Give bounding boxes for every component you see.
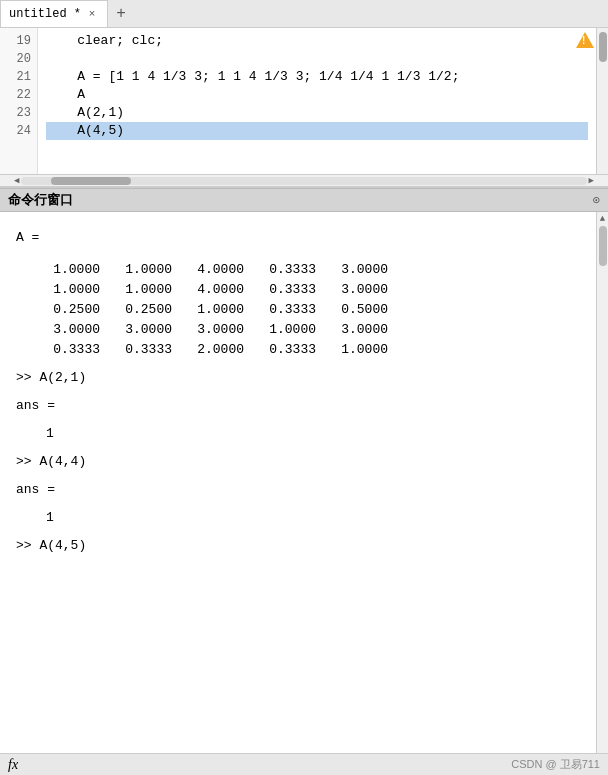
matrix-cell: 1.0000	[180, 300, 252, 320]
spacer	[16, 360, 580, 368]
command-window-title: 命令行窗口	[8, 191, 73, 209]
scroll-up-icon[interactable]: ▲	[600, 214, 605, 224]
spacer	[16, 252, 580, 260]
ans-label-2: ans =	[16, 480, 580, 500]
tab-bar: untitled * × +	[0, 0, 608, 28]
spacer	[16, 472, 580, 480]
var-label: A =	[16, 228, 580, 248]
editor-content: 19 20 21 22 23 24 clear; clc; A = [1 1 4…	[0, 28, 608, 174]
matrix-cell: 1.0000	[36, 260, 108, 280]
matrix-cell: 3.0000	[324, 280, 396, 300]
cmd-prompt-2: >> A(4,4)	[16, 452, 580, 472]
matrix-cell: 3.0000	[324, 260, 396, 280]
scroll-right-icon[interactable]: ▶	[589, 175, 594, 186]
watermark-text: CSDN @ 卫易711	[511, 757, 600, 772]
spacer	[16, 388, 580, 396]
matrix-cell: 3.0000	[36, 320, 108, 340]
matrix-row: 0.2500 0.2500 1.0000 0.3333 0.5000	[36, 300, 396, 320]
matrix-row: 1.0000 1.0000 4.0000 0.3333 3.0000	[36, 280, 396, 300]
cmd-scroll-thumb[interactable]	[599, 226, 607, 266]
line-number: 24	[6, 122, 31, 140]
matrix-row: 0.3333 0.3333 2.0000 0.3333 1.0000	[36, 340, 396, 360]
code-line: clear; clc;	[46, 32, 588, 50]
spacer	[16, 444, 580, 452]
code-lines[interactable]: clear; clc; A = [1 1 4 1/3 3; 1 1 4 1/3 …	[38, 28, 596, 174]
matrix-cell: 1.0000	[108, 280, 180, 300]
line-numbers: 19 20 21 22 23 24	[0, 28, 38, 174]
scrollbar-thumb-horizontal[interactable]	[51, 177, 131, 185]
matrix-cell: 0.2500	[36, 300, 108, 320]
scrollbar-track-h	[21, 177, 586, 185]
scrollbar-thumb-vertical[interactable]	[599, 32, 607, 62]
scroll-left-icon[interactable]: ◀	[14, 175, 19, 186]
matrix-cell: 3.0000	[324, 320, 396, 340]
line-number: 19	[6, 32, 31, 50]
matrix-cell: 0.2500	[108, 300, 180, 320]
editor-scrollbar-horizontal[interactable]: ◀ ▶	[0, 174, 608, 186]
tab-close-button[interactable]: ×	[85, 7, 99, 21]
code-line: A(2,1)	[46, 104, 588, 122]
matrix-cell: 0.3333	[252, 340, 324, 360]
code-line: A	[46, 86, 588, 104]
tab-title: untitled *	[9, 7, 81, 21]
matrix-output: 1.0000 1.0000 4.0000 0.3333 3.0000 1.000…	[36, 260, 396, 360]
code-line-highlighted: A(4,5)	[46, 122, 588, 140]
status-bar: fx CSDN @ 卫易711	[0, 753, 608, 775]
matrix-cell: 0.5000	[324, 300, 396, 320]
ans-value-1: 1	[46, 424, 580, 444]
line-number: 21	[6, 68, 31, 86]
fx-label: fx	[8, 757, 18, 773]
command-output[interactable]: A = 1.0000 1.0000 4.0000 0.3333 3.0000 1…	[0, 212, 596, 753]
spacer	[16, 416, 580, 424]
editor-area: 19 20 21 22 23 24 clear; clc; A = [1 1 4…	[0, 28, 608, 188]
matrix-cell: 1.0000	[324, 340, 396, 360]
line-number: 22	[6, 86, 31, 104]
line-number: 20	[6, 50, 31, 68]
matrix-cell: 4.0000	[180, 280, 252, 300]
matrix-cell: 0.3333	[252, 300, 324, 320]
matrix-cell: 2.0000	[180, 340, 252, 360]
ans-value-2: 1	[46, 508, 580, 528]
matrix-cell: 0.3333	[36, 340, 108, 360]
cmd-prompt-3: >> A(4,5)	[16, 536, 580, 556]
tab-add-button[interactable]: +	[110, 3, 132, 25]
editor-scrollbar-vertical[interactable]	[596, 28, 608, 174]
matrix-row: 1.0000 1.0000 4.0000 0.3333 3.0000	[36, 260, 396, 280]
line-number: 23	[6, 104, 31, 122]
warning-icon	[576, 32, 594, 48]
matrix-cell: 1.0000	[108, 260, 180, 280]
matrix-cell: 0.3333	[252, 260, 324, 280]
spacer	[16, 528, 580, 536]
command-window-header: 命令行窗口 ⊙	[0, 188, 608, 212]
command-window: A = 1.0000 1.0000 4.0000 0.3333 3.0000 1…	[0, 212, 608, 753]
matrix-cell: 0.3333	[252, 280, 324, 300]
editor-tab[interactable]: untitled * ×	[0, 0, 108, 27]
matrix-cell: 4.0000	[180, 260, 252, 280]
spacer	[16, 220, 580, 228]
matrix-cell: 0.3333	[108, 340, 180, 360]
matrix-cell: 3.0000	[108, 320, 180, 340]
code-line	[46, 50, 588, 68]
warning-triangle-icon	[576, 32, 594, 48]
matrix-cell: 3.0000	[180, 320, 252, 340]
command-scrollbar[interactable]: ▲	[596, 212, 608, 753]
cmd-prompt-1: >> A(2,1)	[16, 368, 580, 388]
code-line: A = [1 1 4 1/3 3; 1 1 4 1/3 3; 1/4 1/4 1…	[46, 68, 588, 86]
matrix-cell: 1.0000	[252, 320, 324, 340]
matrix-cell: 1.0000	[36, 280, 108, 300]
matrix-row: 3.0000 3.0000 3.0000 1.0000 3.0000	[36, 320, 396, 340]
spacer	[16, 500, 580, 508]
command-window-icon[interactable]: ⊙	[593, 193, 600, 208]
ans-label-1: ans =	[16, 396, 580, 416]
